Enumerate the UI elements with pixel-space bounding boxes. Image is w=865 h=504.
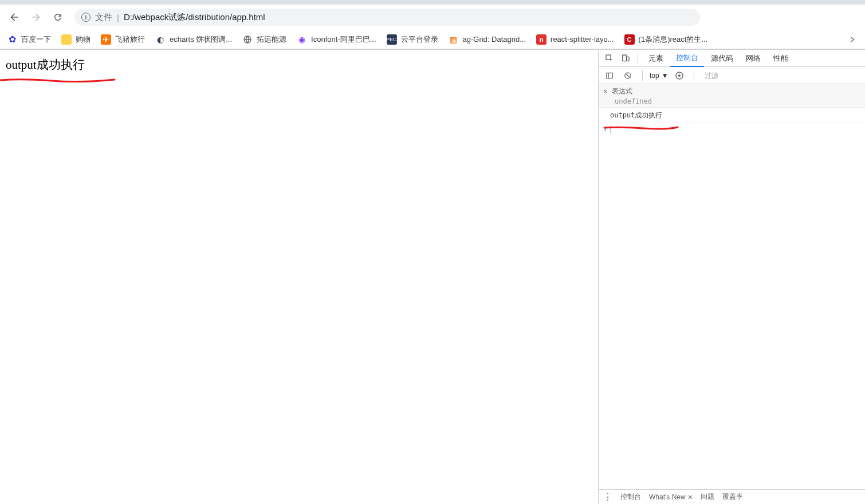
- bookmark-baidu[interactable]: ✿ 百度一下: [7, 34, 51, 45]
- echarts-icon: ◐: [155, 34, 166, 45]
- console-sidebar-toggle-icon[interactable]: [602, 68, 617, 83]
- watch-label: 表达式: [612, 86, 632, 96]
- bookmark-label: Iconfont-阿里巴巴...: [311, 34, 376, 45]
- devtools-tab-elements[interactable]: 元素: [643, 50, 669, 67]
- address-scheme: 文件: [95, 12, 112, 23]
- svg-rect-3: [627, 57, 629, 61]
- back-button[interactable]: [5, 7, 24, 27]
- device-toggle-icon[interactable]: [618, 51, 633, 66]
- devtools-tab-sources[interactable]: 源代码: [705, 50, 739, 67]
- inspect-element-icon[interactable]: [602, 51, 617, 66]
- devtools-tab-console[interactable]: 控制台: [670, 50, 704, 67]
- devtools-tab-performance[interactable]: 性能: [768, 50, 794, 67]
- separator: [642, 70, 643, 81]
- devtools-panel: 元素 控制台 源代码 网络 性能 top ▼: [598, 50, 865, 504]
- bookmark-csdn[interactable]: C (1条消息)react的生...: [624, 34, 708, 45]
- console-output: output成功执行 ›: [599, 108, 865, 489]
- chevron-down-icon: ▼: [662, 72, 669, 80]
- tab-strip[interactable]: [0, 0, 865, 5]
- bookmark-label: 购物: [76, 34, 91, 45]
- bookmark-label: 百度一下: [21, 34, 51, 45]
- console-log-message: output成功执行: [599, 108, 865, 123]
- forward-button[interactable]: [26, 7, 46, 27]
- csdn-icon: C: [624, 34, 635, 45]
- live-expression-icon[interactable]: [672, 68, 687, 83]
- folder-icon: [61, 34, 72, 45]
- separator: [694, 70, 694, 81]
- console-toolbar: top ▼: [599, 67, 865, 84]
- address-separator: |: [117, 13, 119, 22]
- bookmark-label: 飞猪旅行: [115, 34, 145, 45]
- bookmark-label: ag-Grid: Datagrid...: [463, 35, 526, 44]
- address-bar[interactable]: i 文件 | D:/webpack试炼/distribution/app.htm…: [74, 9, 700, 26]
- annotation-underline: [603, 125, 680, 130]
- bookmark-aggrid[interactable]: ▦ ag-Grid: Datagrid...: [449, 34, 526, 45]
- kebab-menu-icon[interactable]: ⋮: [603, 493, 612, 502]
- npm-icon: n: [536, 34, 546, 45]
- globe-icon: [242, 34, 253, 45]
- console-context-selector[interactable]: top ▼: [650, 72, 669, 80]
- bookmarks-overflow-icon[interactable]: [847, 34, 858, 45]
- context-label: top: [650, 72, 659, 80]
- address-path: D:/webpack试炼/distribution/app.html: [124, 12, 265, 23]
- cloud-icon: PEC: [387, 34, 397, 45]
- address-row: i 文件 | D:/webpack试炼/distribution/app.htm…: [0, 5, 865, 30]
- bookmark-iconfont[interactable]: ◉ Iconfont-阿里巴巴...: [297, 34, 376, 45]
- bookmark-label: (1条消息)react的生...: [639, 34, 708, 45]
- clear-console-icon[interactable]: [620, 68, 635, 83]
- drawer-tab-console[interactable]: 控制台: [620, 492, 641, 502]
- bookmark-fliggy[interactable]: ✈ 飞猪旅行: [101, 34, 145, 45]
- aggrid-icon: ▦: [449, 34, 459, 45]
- devtools-drawer: ⋮ 控制台 What's New × 问题 覆盖率: [599, 489, 865, 504]
- bookmark-tuoyuan[interactable]: 拓远能源: [242, 34, 286, 45]
- iconfont-icon: ◉: [297, 34, 307, 45]
- svg-point-6: [678, 74, 681, 77]
- annotation-underline: [0, 77, 117, 83]
- drawer-tab-whatsnew[interactable]: What's New ×: [649, 493, 693, 502]
- devtools-tab-network[interactable]: 网络: [740, 50, 766, 67]
- drawer-tab-coverage[interactable]: 覆盖率: [722, 492, 743, 502]
- bookmark-react-splitter[interactable]: n react-splitter-layo...: [536, 34, 614, 45]
- page-viewport: output成功执行: [0, 50, 598, 504]
- bookmarks-bar: ✿ 百度一下 购物 ✈ 飞猪旅行 ◐ echarts 饼状图调... 拓远能源 …: [0, 30, 865, 49]
- bookmark-cloud-login[interactable]: PEC 云平台登录: [387, 34, 438, 45]
- close-icon[interactable]: ×: [688, 493, 693, 502]
- watch-value: undefined: [603, 97, 860, 105]
- devtools-header: 元素 控制台 源代码 网络 性能: [599, 50, 865, 67]
- console-filter-input[interactable]: [701, 70, 862, 81]
- bookmark-label: echarts 饼状图调...: [170, 34, 232, 45]
- fliggy-icon: ✈: [101, 34, 111, 45]
- separator: [638, 53, 638, 64]
- close-icon[interactable]: ×: [603, 88, 607, 96]
- svg-rect-4: [607, 73, 613, 78]
- bookmark-label: 云平台登录: [401, 34, 438, 45]
- reload-button[interactable]: [48, 7, 68, 27]
- svg-rect-2: [623, 55, 627, 61]
- drawer-tab-issues[interactable]: 问题: [701, 492, 714, 502]
- bookmark-echarts[interactable]: ◐ echarts 饼状图调...: [155, 34, 232, 45]
- bookmark-label: 拓远能源: [257, 34, 286, 45]
- page-body-text: output成功执行: [6, 58, 85, 72]
- watch-expression-panel: × 表达式 undefined: [599, 84, 865, 108]
- site-info-icon[interactable]: i: [81, 13, 91, 22]
- bookmark-label: react-splitter-layo...: [551, 35, 614, 44]
- bookmark-shopping[interactable]: 购物: [61, 34, 91, 45]
- baidu-icon: ✿: [7, 34, 17, 45]
